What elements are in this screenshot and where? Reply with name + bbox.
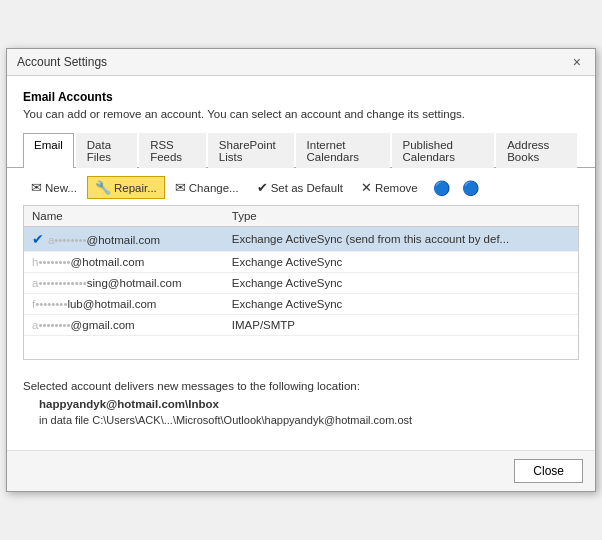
account-settings-dialog: Account Settings × Email Accounts You ca… <box>6 48 596 492</box>
title-bar: Account Settings × <box>7 49 595 76</box>
col-name: Name <box>24 206 224 227</box>
account-email: a••••••••@gmail.com <box>32 319 135 331</box>
account-name-cell: a••••••••@gmail.com <box>24 315 224 336</box>
move-up-button[interactable]: 🔵 <box>428 177 455 199</box>
tab-email[interactable]: Email <box>23 133 74 168</box>
table-row[interactable]: f••••••••lub@hotmail.comExchange ActiveS… <box>24 294 578 315</box>
account-email: a••••••••••••sing@hotmail.com <box>32 277 181 289</box>
tab-published-calendars[interactable]: Published Calendars <box>392 133 495 168</box>
tab-rss-feeds[interactable]: RSS Feeds <box>139 133 206 168</box>
change-icon: ✉ <box>175 180 186 195</box>
set-default-button[interactable]: ✔ Set as Default <box>249 176 351 199</box>
account-name-cell: h••••••••@hotmail.com <box>24 252 224 273</box>
repair-label: Repair... <box>114 182 157 194</box>
move-down-button[interactable]: 🔵 <box>457 177 484 199</box>
close-button[interactable]: Close <box>514 459 583 483</box>
default-checkmark: ✔ <box>32 231 48 247</box>
account-type-cell: Exchange ActiveSync (send from this acco… <box>224 227 578 252</box>
accounts-table-container: Name Type ✔ a••••••••@hotmail.comExchang… <box>23 205 579 360</box>
dialog-footer: Close <box>7 450 595 491</box>
account-email: a••••••••@hotmail.com <box>48 234 160 246</box>
section-title: Email Accounts <box>23 90 579 104</box>
change-button[interactable]: ✉ Change... <box>167 176 247 199</box>
change-label: Change... <box>189 182 239 194</box>
tab-data-files[interactable]: Data Files <box>76 133 137 168</box>
account-name-cell: a••••••••••••sing@hotmail.com <box>24 273 224 294</box>
remove-label: Remove <box>375 182 418 194</box>
account-name-cell: ✔ a••••••••@hotmail.com <box>24 227 224 252</box>
account-name-cell: f••••••••lub@hotmail.com <box>24 294 224 315</box>
dialog-title: Account Settings <box>17 55 107 69</box>
remove-icon: ✕ <box>361 180 372 195</box>
table-header-row: Name Type <box>24 206 578 227</box>
section-description: You can add or remove an account. You ca… <box>23 108 579 120</box>
footer-info: Selected account delivers new messages t… <box>23 370 579 450</box>
inbox-path: happyandyk@hotmail.com\Inbox <box>23 398 579 410</box>
deliver-label: Selected account delivers new messages t… <box>23 380 579 392</box>
repair-button[interactable]: 🔧 Repair... <box>87 176 165 199</box>
table-row[interactable]: a••••••••@gmail.comIMAP/SMTP <box>24 315 578 336</box>
tab-internet-calendars[interactable]: Internet Calendars <box>296 133 390 168</box>
new-icon: ✉ <box>31 180 42 195</box>
account-email: h••••••••@hotmail.com <box>32 256 144 268</box>
table-row[interactable]: ✔ a••••••••@hotmail.comExchange ActiveSy… <box>24 227 578 252</box>
account-type-cell: Exchange ActiveSync <box>224 294 578 315</box>
account-type-cell: Exchange ActiveSync <box>224 252 578 273</box>
account-email: f••••••••lub@hotmail.com <box>32 298 156 310</box>
account-type-cell: Exchange ActiveSync <box>224 273 578 294</box>
table-row[interactable]: a••••••••••••sing@hotmail.comExchange Ac… <box>24 273 578 294</box>
tab-address-books[interactable]: Address Books <box>496 133 577 168</box>
account-type-cell: IMAP/SMTP <box>224 315 578 336</box>
accounts-toolbar: ✉ New... 🔧 Repair... ✉ Change... ✔ Set a… <box>23 168 579 205</box>
accounts-table: Name Type ✔ a••••••••@hotmail.comExchang… <box>24 206 578 336</box>
dialog-close-button[interactable]: × <box>569 55 585 69</box>
set-default-icon: ✔ <box>257 180 268 195</box>
tab-sharepoint-lists[interactable]: SharePoint Lists <box>208 133 294 168</box>
dialog-content: Email Accounts You can add or remove an … <box>7 76 595 450</box>
table-row[interactable]: h••••••••@hotmail.comExchange ActiveSync <box>24 252 578 273</box>
file-path: in data file C:\Users\ACK\...\Microsoft\… <box>23 414 579 426</box>
remove-button[interactable]: ✕ Remove <box>353 176 426 199</box>
set-default-label: Set as Default <box>271 182 343 194</box>
new-button[interactable]: ✉ New... <box>23 176 85 199</box>
new-label: New... <box>45 182 77 194</box>
col-type: Type <box>224 206 578 227</box>
repair-icon: 🔧 <box>95 180 111 195</box>
tabs-container: Email Data Files RSS Feeds SharePoint Li… <box>7 132 595 168</box>
